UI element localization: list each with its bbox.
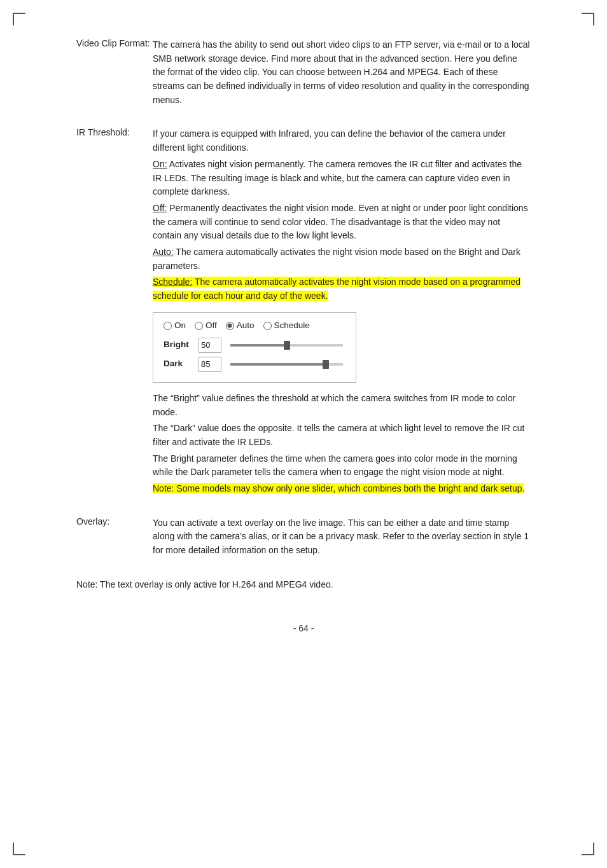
page: Video Clip Format: The camera has the ab… xyxy=(0,0,607,868)
bright-desc: The “Bright” value defines the threshold… xyxy=(153,392,531,419)
radio-schedule[interactable]: Schedule xyxy=(263,319,310,333)
radio-on-circle xyxy=(164,322,172,330)
ir-threshold-label: IR Threshold: xyxy=(76,127,153,498)
ir-off-desc: Permanently deactivates the night vision… xyxy=(153,203,528,240)
ir-threshold-body: If your camera is equipped with Infrared… xyxy=(153,127,531,498)
bright-track[interactable] xyxy=(230,344,343,347)
content: Video Clip Format: The camera has the ab… xyxy=(76,38,531,633)
radio-row: On Off Auto Schedule xyxy=(164,319,345,333)
radio-schedule-circle xyxy=(263,322,272,330)
video-clip-format-label: Video Clip Format: xyxy=(76,38,153,109)
video-clip-format-text: The camera has the ability to send out s… xyxy=(153,38,531,107)
slider-note: Note: Some models may show only one slid… xyxy=(153,482,531,496)
bright-label: Bright xyxy=(164,338,192,352)
dark-value: 85 xyxy=(199,357,221,372)
bright-thumb[interactable] xyxy=(284,341,290,350)
section-ir-threshold: IR Threshold: If your camera is equipped… xyxy=(76,127,531,498)
ir-auto-desc: The camera automatically activates the n… xyxy=(153,247,520,271)
corner-mark-br xyxy=(582,843,594,855)
ir-intro: If your camera is equipped with Infrared… xyxy=(153,127,531,155)
ir-schedule-label: Schedule: xyxy=(153,277,192,287)
overlay-label: Overlay: xyxy=(76,516,153,560)
radio-off-label: Off xyxy=(206,319,217,333)
radio-on[interactable]: On xyxy=(164,319,186,333)
ir-auto-label: Auto: xyxy=(153,247,174,257)
overlay-text: You can activate a text overlay on the l… xyxy=(153,516,531,558)
corner-mark-bl xyxy=(13,843,25,855)
corner-mark-tl xyxy=(13,13,25,25)
ir-schedule-text: Schedule: The camera automatically activ… xyxy=(153,275,531,303)
ir-on-text: On: Activates night vision permanently. … xyxy=(153,158,531,199)
page-number: - 64 - xyxy=(76,623,531,633)
radio-auto-circle xyxy=(226,322,234,330)
radio-auto-label: Auto xyxy=(237,319,255,333)
dark-track[interactable] xyxy=(230,363,343,366)
radio-auto[interactable]: Auto xyxy=(226,319,255,333)
radio-off-circle xyxy=(195,322,203,330)
radio-schedule-label: Schedule xyxy=(274,319,310,333)
video-clip-format-body: The camera has the ability to send out s… xyxy=(153,38,531,109)
radio-off[interactable]: Off xyxy=(195,319,217,333)
corner-mark-tr xyxy=(582,13,594,25)
bright-value: 50 xyxy=(199,338,221,353)
ir-off-label: Off: xyxy=(153,203,167,213)
ir-auto-text: Auto: The camera automatically activates… xyxy=(153,245,531,273)
ir-off-text: Off: Permanently deactivates the night v… xyxy=(153,202,531,243)
section-overlay: Overlay: You can activate a text overlay… xyxy=(76,516,531,560)
dark-label: Dark xyxy=(164,357,192,371)
overlay-body: You can activate a text overlay on the l… xyxy=(153,516,531,560)
dark-desc: The “Dark” value does the opposite. It t… xyxy=(153,422,531,449)
dark-thumb[interactable] xyxy=(323,360,329,369)
section-video-clip-format: Video Clip Format: The camera has the ab… xyxy=(76,38,531,109)
radio-on-label: On xyxy=(174,319,186,333)
ir-control-box: On Off Auto Schedule xyxy=(153,312,356,383)
note-section: Note: The text overlay is only active fo… xyxy=(76,578,531,592)
ir-on-desc: Activates night vision permanently. The … xyxy=(153,159,522,196)
bright-slider-row: Bright 50 xyxy=(164,338,345,353)
ir-schedule-highlight: Schedule: The camera automatically activ… xyxy=(153,277,520,301)
bright-fill xyxy=(230,344,287,347)
dark-fill xyxy=(230,363,326,366)
ir-on-label: On: xyxy=(153,159,167,169)
slider-note-highlight: Note: Some models may show only one slid… xyxy=(153,483,524,493)
bright-dark-desc: The Bright parameter defines the time wh… xyxy=(153,452,531,479)
note-text: Note: The text overlay is only active fo… xyxy=(76,578,531,592)
dark-slider-row: Dark 85 xyxy=(164,357,345,372)
ir-schedule-desc: The camera automatically activates the n… xyxy=(153,277,520,301)
